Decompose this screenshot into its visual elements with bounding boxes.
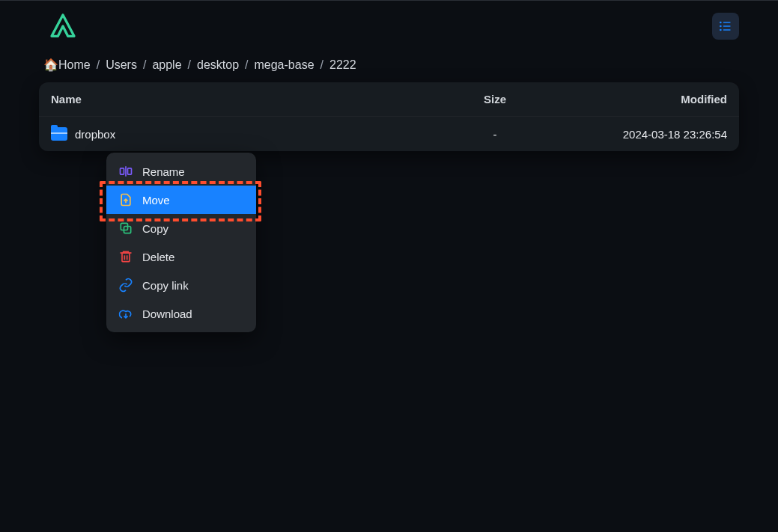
- list-icon: [718, 19, 733, 34]
- column-header-name[interactable]: Name: [51, 93, 443, 106]
- folder-icon: [51, 127, 67, 141]
- breadcrumb-item-users[interactable]: Users: [106, 58, 137, 72]
- file-modified: 2024-03-18 23:26:54: [547, 128, 727, 141]
- delete-icon: [118, 249, 133, 264]
- breadcrumb-separator: /: [97, 58, 100, 72]
- menu-label: Delete: [142, 251, 174, 263]
- context-menu: Rename Move Copy Delete: [106, 153, 256, 332]
- move-icon: [118, 192, 133, 207]
- breadcrumb-separator: /: [245, 58, 248, 72]
- app-logo[interactable]: [48, 11, 78, 41]
- context-menu-move[interactable]: Move: [106, 186, 256, 214]
- column-header-size[interactable]: Size: [443, 93, 547, 106]
- menu-label: Rename: [142, 165, 185, 178]
- svg-point-0: [720, 22, 722, 24]
- breadcrumb-separator: /: [188, 58, 191, 72]
- breadcrumb-item-megabase[interactable]: mega-base: [254, 58, 314, 72]
- menu-label: Copy: [142, 222, 168, 235]
- context-menu-delete[interactable]: Delete: [106, 242, 256, 271]
- table-row[interactable]: dropbox - 2024-03-18 23:26:54: [39, 116, 739, 151]
- svg-rect-11: [122, 253, 130, 262]
- svg-rect-1: [723, 22, 731, 23]
- svg-rect-5: [723, 29, 731, 31]
- context-menu-download[interactable]: Download: [106, 299, 256, 328]
- copy-icon: [118, 221, 133, 236]
- breadcrumb-item-apple[interactable]: apple: [152, 58, 181, 72]
- link-icon: [118, 278, 133, 293]
- file-name: dropbox: [75, 128, 115, 141]
- breadcrumb-separator: /: [143, 58, 146, 72]
- menu-label: Copy link: [142, 279, 189, 292]
- file-table: Name Size Modified dropbox - 2024-03-18 …: [39, 82, 739, 151]
- svg-rect-6: [121, 168, 124, 174]
- menu-label: Move: [142, 194, 170, 207]
- context-menu-copylink[interactable]: Copy link: [106, 271, 256, 299]
- rename-icon: [118, 164, 133, 179]
- breadcrumb-separator: /: [320, 58, 323, 72]
- context-menu-copy[interactable]: Copy: [106, 214, 256, 242]
- svg-rect-3: [723, 25, 731, 27]
- svg-point-2: [720, 25, 722, 28]
- breadcrumb-item-current: 2222: [329, 58, 356, 72]
- column-header-modified[interactable]: Modified: [547, 93, 727, 106]
- context-menu-rename[interactable]: Rename: [106, 157, 256, 186]
- breadcrumb: 🏠Home / Users / apple / desktop / mega-b…: [0, 41, 778, 82]
- file-size: -: [443, 128, 547, 141]
- home-icon: 🏠: [43, 58, 58, 71]
- menu-label: Download: [142, 308, 192, 320]
- svg-rect-7: [128, 168, 132, 174]
- breadcrumb-home[interactable]: 🏠Home: [43, 58, 91, 72]
- view-toggle-button[interactable]: [712, 13, 739, 40]
- svg-point-4: [720, 29, 722, 31]
- download-icon: [118, 306, 133, 321]
- breadcrumb-item-desktop[interactable]: desktop: [197, 58, 239, 72]
